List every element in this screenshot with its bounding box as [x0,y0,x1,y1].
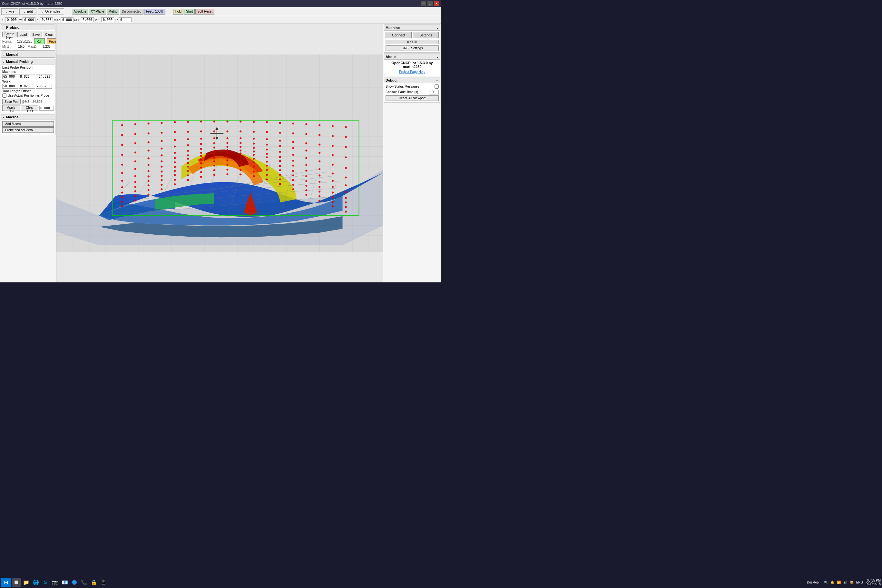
tlo-value-input[interactable] [39,106,54,111]
minimize-button[interactable]: ─ [421,1,426,6]
svg-point-101 [240,137,242,139]
save-pos-button[interactable]: Save Pos [2,99,21,105]
clear-button[interactable]: Clear [43,32,55,38]
grbl-settings-button[interactable]: GRBL Settings [386,45,439,51]
soft-reset-btn[interactable]: Soft Reset [195,9,214,15]
hold-btn[interactable]: Hold [173,9,184,15]
work-z-input[interactable] [36,84,52,88]
svg-point-191 [240,156,242,158]
probing-title: Probing [6,26,20,29]
create-new-button[interactable]: Create New [2,32,16,38]
clear-tlo-button[interactable]: Clear TLO [21,105,38,111]
svg-point-189 [213,157,215,159]
pause-button[interactable]: Pause [47,38,56,44]
apply-tlo-button[interactable]: Apply TLO [2,105,20,111]
metric-btn[interactable]: Metric [107,9,119,15]
z-value: 0.000 [40,17,53,22]
probing-header[interactable]: ⌄ Probing [1,25,55,30]
svg-point-246 [253,171,255,172]
connect-buttons: Connect Settings [386,32,439,38]
svg-point-115 [187,144,189,146]
3d-viewport[interactable] [56,24,383,282]
svg-point-109 [345,146,347,148]
work-x-input[interactable] [2,84,18,88]
svg-point-80 [200,130,202,132]
svg-point-267 [292,188,294,190]
debug-header[interactable]: Debug ⌄ [384,77,440,83]
y-label: Y: [19,18,22,22]
x-value: 0.000 [5,17,18,22]
svg-point-263 [240,173,242,176]
about-header[interactable]: About ⌄ [384,54,440,60]
svg-point-187 [187,162,189,164]
svg-point-63 [213,121,215,123]
maxz-label: MaxZ: [28,45,40,48]
machine-y-input[interactable] [19,74,35,79]
machine-chevron: ⌄ [436,26,439,30]
machine-z-input[interactable] [36,74,52,79]
svg-point-169 [187,158,189,160]
manual-header[interactable]: ⌄ Manual [1,52,55,57]
svg-point-90 [332,135,334,137]
svg-point-122 [279,146,281,147]
start-btn[interactable]: Start [184,9,195,15]
file-menu[interactable]: ⌄ File [1,8,18,15]
load-button[interactable]: Load [17,32,29,38]
connection-status-btn[interactable]: Disconnected [120,9,144,15]
probing-body: Create New Load Save Clear Points: 1225/… [1,30,55,50]
machine-x-input[interactable] [2,74,18,79]
svg-point-254 [121,206,123,207]
project-page-link[interactable]: Project Page [399,70,417,74]
save-button[interactable]: Save [30,32,42,38]
absolute-btn[interactable]: Absolute [72,9,88,15]
svg-point-68 [279,122,281,124]
svg-point-228 [253,166,255,168]
close-button[interactable]: ✕ [434,1,439,6]
reset-viewport-button[interactable]: Reset 3D Viewport [386,95,439,101]
svg-point-113 [160,148,162,150]
svg-point-58 [148,123,150,124]
connect-button[interactable]: Connect [386,32,412,38]
points-label: Points: [2,40,15,43]
svg-point-152 [200,152,202,154]
svg-point-104 [279,140,281,141]
svg-point-251 [318,195,320,197]
svg-point-143 [318,160,320,162]
svg-point-157 [266,153,268,155]
svg-point-135 [213,147,215,148]
probe-zero-button[interactable]: Probe and set Zero [2,128,54,133]
add-macro-button[interactable]: Add Macro [2,121,54,127]
manual-probing-header[interactable]: ⌄ Manual Probing [1,59,55,64]
window-controls: ─ □ ✕ [421,1,439,6]
machine-header[interactable]: Machine ⌄ [384,25,440,31]
work-y-input[interactable] [19,84,35,88]
svg-point-172 [226,152,228,154]
svg-point-61 [187,121,189,123]
svg-point-159 [292,160,294,162]
macros-header[interactable]: ⌄ Macros [1,114,55,120]
svg-point-69 [292,123,294,124]
svg-point-173 [240,153,242,154]
help-link[interactable]: Help [418,70,425,74]
console-fade-input[interactable] [429,90,439,94]
feed-btn[interactable]: Feed: 100% [144,9,165,15]
svg-point-99 [213,137,215,139]
run-button[interactable]: Run [34,38,45,44]
svg-point-70 [305,123,307,125]
edit-menu[interactable]: ⌄ Edit [20,8,36,15]
settings-button[interactable]: Settings [413,32,439,38]
3d-scene [56,24,383,282]
overrides-menu[interactable]: ⌄ Overrides [38,8,64,15]
svg-point-138 [253,147,255,149]
svg-point-114 [174,146,176,148]
svg-point-178 [305,170,307,171]
svg-point-171 [213,153,215,155]
maximize-button[interactable]: □ [428,1,433,6]
svg-point-166 [148,170,150,172]
xy-plane-btn[interactable]: XY-Plane [89,9,106,15]
actual-position-checkbox[interactable] [2,93,6,98]
svg-point-190 [226,156,228,158]
show-status-checkbox[interactable] [435,84,439,88]
svg-point-168 [174,162,176,164]
svg-point-65 [240,121,242,123]
